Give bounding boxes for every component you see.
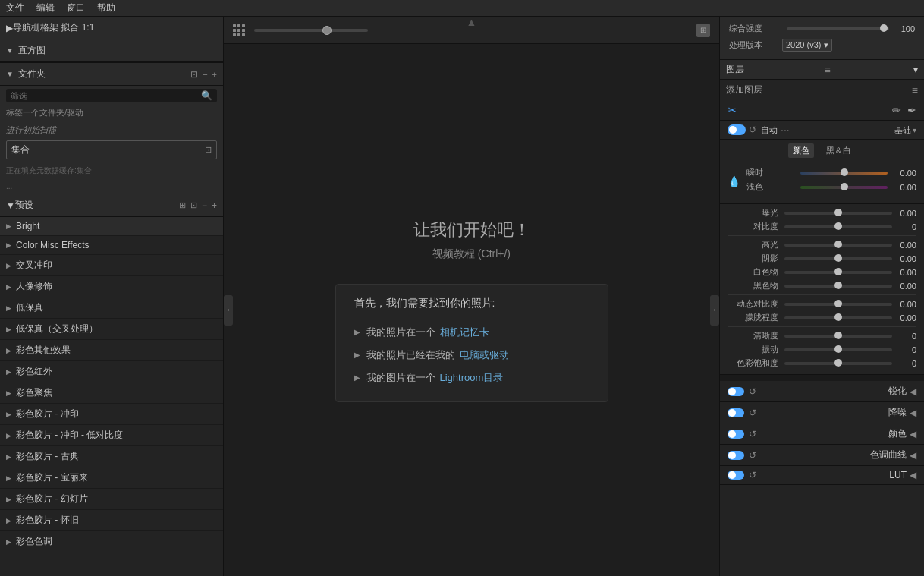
folder-minus[interactable]: − xyxy=(203,70,207,79)
blacks-slider[interactable] xyxy=(784,285,892,288)
folder-header[interactable]: ▼ 文件夹 ⊡ − + xyxy=(0,63,223,86)
collection-box[interactable]: 集合 ⊡ xyxy=(6,140,217,159)
denoise-expand-arrow[interactable]: ◀ xyxy=(910,408,916,418)
preset-item-10[interactable]: ▶ 彩色胶片 - 冲印 - 低对比度 xyxy=(0,425,223,446)
preset-item-15[interactable]: ▶ 彩色色调 xyxy=(0,531,223,552)
folder-filter-input[interactable] xyxy=(11,91,201,100)
vibrance-handle[interactable] xyxy=(834,345,842,353)
preset-item-7[interactable]: ▶ 彩色红外 xyxy=(0,361,223,382)
warm-handle[interactable] xyxy=(841,168,848,176)
preset-item-9[interactable]: ▶ 彩色胶片 - 冲印 xyxy=(0,404,223,425)
welcome-subtitle[interactable]: 视频教程 (Ctrl+/) xyxy=(413,247,530,261)
denoise-reset-icon[interactable]: ↺ xyxy=(749,408,756,418)
nav-grid-label[interactable]: 栅格架 xyxy=(31,22,58,33)
crop-tool-icon[interactable]: ✂ xyxy=(728,104,737,116)
layers-menu-icon[interactable]: ≡ xyxy=(824,64,830,76)
photo-option-0[interactable]: ▶ 我的照片在一个 相机记忆卡 xyxy=(354,321,589,344)
preset-item-0[interactable]: ▶ Bright xyxy=(0,217,223,236)
saturation-handle[interactable] xyxy=(834,359,842,367)
preset-item-14[interactable]: ▶ 彩色胶片 - 怀旧 xyxy=(0,510,223,531)
denoise-toggle[interactable] xyxy=(728,408,744,417)
layers-dropdown-arrow[interactable]: ▾ xyxy=(913,65,918,75)
texture-handle[interactable] xyxy=(834,313,842,321)
tone-curve-toggle[interactable] xyxy=(728,451,744,460)
lut-reset-icon[interactable]: ↺ xyxy=(749,470,756,480)
pen2-tool-icon[interactable]: ✒ xyxy=(907,104,916,116)
clarity-handle[interactable] xyxy=(834,332,842,339)
blacks-handle[interactable] xyxy=(834,282,842,289)
menu-help[interactable]: 帮助 xyxy=(97,2,115,14)
dynamic-slider[interactable] xyxy=(784,303,892,306)
bw-tab[interactable]: 黑＆白 xyxy=(822,143,856,158)
preset-item-3[interactable]: ▶ 人像修饰 xyxy=(0,276,223,297)
navigation-header[interactable]: ▶ 导航 栅格架 拟合 1:1 xyxy=(0,17,223,39)
filmstrip-icon[interactable] xyxy=(233,24,245,36)
lut-expand-arrow[interactable]: ◀ xyxy=(910,470,916,480)
preset-item-4[interactable]: ▶ 低保真 xyxy=(0,297,223,319)
clarity-slider[interactable] xyxy=(784,335,892,338)
preset-item-13[interactable]: ▶ 彩色胶片 - 幻灯片 xyxy=(0,489,223,510)
thumb-size-handle[interactable] xyxy=(322,26,332,35)
nav-fit-label[interactable]: 拟合 xyxy=(61,22,79,33)
right-panel-handle[interactable]: › xyxy=(710,295,719,326)
folder-plus[interactable]: + xyxy=(212,70,217,79)
preset-item-11[interactable]: ▶ 彩色胶片 - 古典 xyxy=(0,446,223,467)
opt-link-1[interactable]: 电脑或驱动 xyxy=(460,348,509,362)
histogram-header[interactable]: ▼ 直方图 xyxy=(0,39,223,62)
preset-item-5[interactable]: ▶ 低保真（交叉处理） xyxy=(0,319,223,340)
tint-handle[interactable] xyxy=(841,183,848,190)
photo-option-2[interactable]: ▶ 我的图片在一个 Lightroom目录 xyxy=(354,367,589,389)
strength-handle[interactable] xyxy=(880,24,888,32)
top-expand-arrow[interactable]: ▲ xyxy=(467,17,477,27)
pen1-tool-icon[interactable]: ✏ xyxy=(892,104,901,116)
layers-menu-dots[interactable]: ≡ xyxy=(912,84,918,96)
opt-link-0[interactable]: 相机记忆卡 xyxy=(440,326,489,339)
basic-dropdown-arrow[interactable]: ▾ xyxy=(913,126,916,134)
add-layer-button[interactable]: 添加图层 xyxy=(726,83,762,96)
color-toggle[interactable] xyxy=(728,430,744,439)
presets-expand-view[interactable]: ⊡ xyxy=(190,200,197,210)
texture-slider[interactable] xyxy=(784,316,892,319)
color-tab[interactable]: 颜色 xyxy=(788,143,814,158)
presets-grid-view[interactable]: ⊞ xyxy=(179,200,186,210)
warm-slider[interactable] xyxy=(800,172,888,175)
exposure-slider[interactable] xyxy=(784,212,892,215)
color-expand-arrow[interactable]: ◀ xyxy=(910,429,916,439)
menu-file[interactable]: 文件 xyxy=(6,2,24,14)
menu-edit[interactable]: 编辑 xyxy=(36,2,55,14)
thumb-size-slider[interactable] xyxy=(254,29,368,32)
tone-curve-expand-arrow[interactable]: ◀ xyxy=(910,450,916,461)
tone-curve-reset-icon[interactable]: ↺ xyxy=(749,450,756,461)
preset-item-2[interactable]: ▶ 交叉冲印 xyxy=(0,255,223,276)
sharpen-reset-icon[interactable]: ↺ xyxy=(749,386,756,397)
preset-item-1[interactable]: ▶ Color Misc Effects xyxy=(0,236,223,255)
preset-item-12[interactable]: ▶ 彩色胶片 - 宝丽来 xyxy=(0,467,223,489)
pipette-icon[interactable]: 💧 xyxy=(728,175,740,187)
tint-slider[interactable] xyxy=(800,186,888,189)
preset-item-6[interactable]: ▶ 彩色其他效果 xyxy=(0,340,223,361)
shadows-slider[interactable] xyxy=(784,257,892,260)
color-reset-icon[interactable]: ↺ xyxy=(749,429,756,439)
opt-link-2[interactable]: Lightroom目录 xyxy=(440,371,504,385)
lut-toggle[interactable] xyxy=(728,471,744,480)
grid-view-icon[interactable]: ⊞ xyxy=(696,24,710,37)
presets-minus[interactable]: − xyxy=(202,200,207,211)
folder-icon1[interactable]: ⊡ xyxy=(190,69,198,80)
highlights-slider[interactable] xyxy=(784,244,892,247)
auto-reset-icon[interactable]: ↺ xyxy=(749,124,756,135)
version-select[interactable]: 2020 (v3) ▾ xyxy=(782,39,832,52)
contrast-handle[interactable] xyxy=(834,222,842,230)
presets-plus[interactable]: + xyxy=(212,200,217,211)
whites-slider[interactable] xyxy=(784,271,892,274)
highlights-handle[interactable] xyxy=(834,241,842,248)
shadows-handle[interactable] xyxy=(834,254,842,262)
menu-window[interactable]: 窗口 xyxy=(67,2,85,14)
saturation-slider[interactable] xyxy=(784,362,892,365)
nav-1to1-label[interactable]: 1:1 xyxy=(82,22,95,33)
photo-option-1[interactable]: ▶ 我的照片已经在我的 电脑或驱动 xyxy=(354,344,589,367)
exposure-handle[interactable] xyxy=(834,209,842,216)
strength-slider[interactable] xyxy=(787,27,889,30)
contrast-slider[interactable] xyxy=(784,225,892,228)
dynamic-handle[interactable] xyxy=(834,300,842,307)
vibrance-slider[interactable] xyxy=(784,348,892,351)
